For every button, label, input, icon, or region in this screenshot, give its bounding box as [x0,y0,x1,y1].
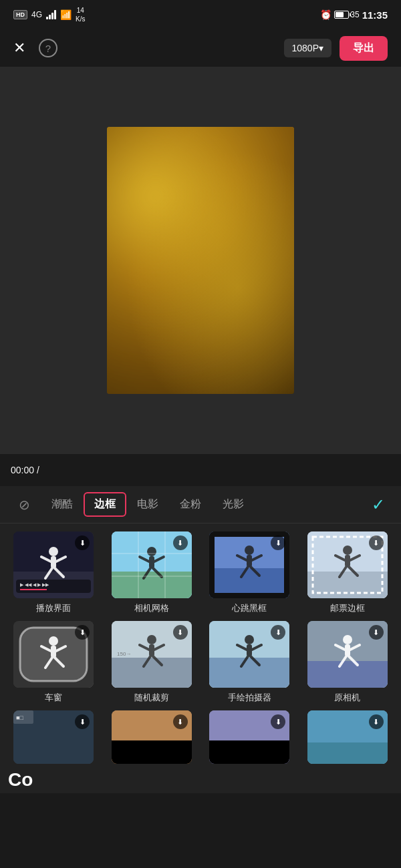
filter-label-sketch: 手绘拍摄器 [228,692,271,704]
filter-item-partial4[interactable]: ⬇ [302,710,394,764]
download-badge-partial4[interactable]: ⬇ [369,714,384,729]
filter-item-camera[interactable]: ⬇ 相机网格 [106,531,198,614]
filter-grid-row2: ⬇ 车窗 150→ ⬇ 随机裁剪 [0,614,401,704]
svg-point-69 [343,635,352,644]
player-ui-overlay: ▶ ◀◀ ◀ ▶ ▶▶ [16,580,91,593]
timeline-time: 00:00 / [11,465,39,475]
category-chaoku[interactable]: 潮酷 [41,492,84,517]
category-dianying[interactable]: 电影 [126,492,169,517]
resolution-button[interactable]: 1080P▾ [284,39,331,57]
current-time: 00:00 [11,465,34,475]
svg-point-43 [49,636,58,646]
video-preview [0,67,401,454]
category-guangying[interactable]: 光影 [212,492,255,517]
battery-level: 35 [350,10,359,19]
timeline-bar: 00:00 / [0,454,401,486]
filter-thumb-original: ⬇ [307,621,388,688]
filter-item-stamp[interactable]: ⬇ 邮票边框 [302,531,394,614]
svg-rect-83 [307,742,388,764]
filter-label-player: 播放界面 [36,602,71,614]
svg-point-2 [49,547,58,556]
svg-rect-60 [209,658,289,688]
svg-rect-29 [209,593,289,598]
filter-item-partial3[interactable]: ⬇ [204,710,295,764]
filter-thumb-stamp: ⬇ [307,531,388,598]
filter-thumb-sketch: ⬇ [209,621,289,688]
filter-item-window[interactable]: ⬇ 车窗 [8,621,100,704]
filter-grid-row1: ▶ ◀◀ ◀ ▶ ▶▶ ⬇ 播放界面 [0,523,401,614]
time-display: 11:35 [362,9,388,21]
battery-indicator: 35 [334,10,359,19]
filter-thumb-partial3: ⬇ [209,710,289,764]
filter-label-original: 原相机 [334,692,360,704]
svg-point-22 [245,546,254,555]
filter-item-partial1[interactable]: ■□ ⬇ [8,710,100,764]
time-separator: / [37,465,39,475]
svg-text:150→: 150→ [117,651,131,657]
hd-badge: HD [13,10,27,19]
svg-rect-68 [307,661,388,688]
filter-thumb-partial4: ⬇ [307,710,388,764]
status-bar: HD 4G 📶 14 K/s ⏰ 35 11:35 [0,0,401,29]
filter-thumb-random: 150→ ⬇ [112,621,192,688]
download-badge-partial2[interactable]: ⬇ [173,714,188,729]
download-badge-stamp[interactable]: ⬇ [369,535,384,550]
network-type: 4G [31,10,42,19]
co-text: Co [8,769,33,790]
toolbar-left: ✕ ? [13,39,57,57]
svg-rect-81 [209,740,289,764]
wifi-icon: 📶 [60,9,72,20]
preview-image [107,127,294,394]
category-biankuang[interactable]: 边框 [84,492,126,517]
svg-point-34 [343,546,352,555]
svg-rect-79 [112,740,192,764]
confirm-check[interactable]: ✓ [366,490,390,519]
filter-thumb-partial2: ⬇ [112,710,192,764]
filter-item-sketch[interactable]: ⬇ 手绘拍摄器 [204,621,295,704]
top-toolbar: ✕ ? 1080P▾ 导出 [0,29,401,67]
status-right: ⏰ 35 11:35 [320,9,388,21]
filter-thumb-partial1: ■□ ⬇ [13,710,94,764]
category-none[interactable]: ⊘ [11,491,38,518]
svg-point-10 [147,547,156,556]
filter-label-heart: 心跳黑框 [232,602,267,614]
help-button[interactable]: ? [39,39,57,57]
filter-grid-row3: ■□ ⬇ ⬇ ⬇ ⬇ [0,704,401,764]
bottom-co-area: Co [0,764,401,793]
export-button[interactable]: 导出 [340,36,388,61]
filter-thumb-player: ▶ ◀◀ ◀ ▶ ▶▶ ⬇ [13,531,94,598]
signal-bars [46,10,56,19]
filter-label-random: 随机裁剪 [134,692,169,704]
filter-item-heart[interactable]: ⬇ 心跳黑框 [204,531,295,614]
download-badge-random[interactable]: ⬇ [173,625,188,640]
filter-thumb-heart: ⬇ [209,531,289,598]
filter-label-window: 车窗 [45,692,62,704]
filter-item-original[interactable]: ⬇ 原相机 [302,621,394,704]
category-jinfen[interactable]: 金粉 [169,492,212,517]
filter-thumb-camera: ⬇ [112,531,192,598]
filter-thumb-window: ⬇ [13,621,94,688]
svg-point-52 [147,635,156,644]
svg-rect-30 [209,531,215,598]
toolbar-right: 1080P▾ 导出 [284,36,388,61]
filter-item-player[interactable]: ▶ ◀◀ ◀ ▶ ▶▶ ⬇ 播放界面 [8,531,100,614]
status-left: HD 4G 📶 14 K/s [13,6,85,23]
alarm-icon: ⏰ [320,9,331,20]
category-bar: ⊘ 潮酷 边框 电影 金粉 光影 ✓ [0,486,401,523]
filter-label-camera: 相机网格 [134,602,169,614]
close-button[interactable]: ✕ [13,41,25,55]
svg-rect-33 [307,572,388,598]
svg-text:■□: ■□ [16,714,23,721]
filter-label-stamp: 邮票边框 [330,602,365,614]
svg-point-61 [245,635,254,644]
download-badge-original[interactable]: ⬇ [369,625,384,640]
svg-rect-51 [112,658,192,688]
speed-text: 14 K/s [76,6,85,23]
filter-item-random[interactable]: 150→ ⬇ 随机裁剪 [106,621,198,704]
filter-item-partial2[interactable]: ⬇ [106,710,198,764]
svg-rect-9 [112,572,192,598]
download-badge-camera[interactable]: ⬇ [173,535,188,550]
